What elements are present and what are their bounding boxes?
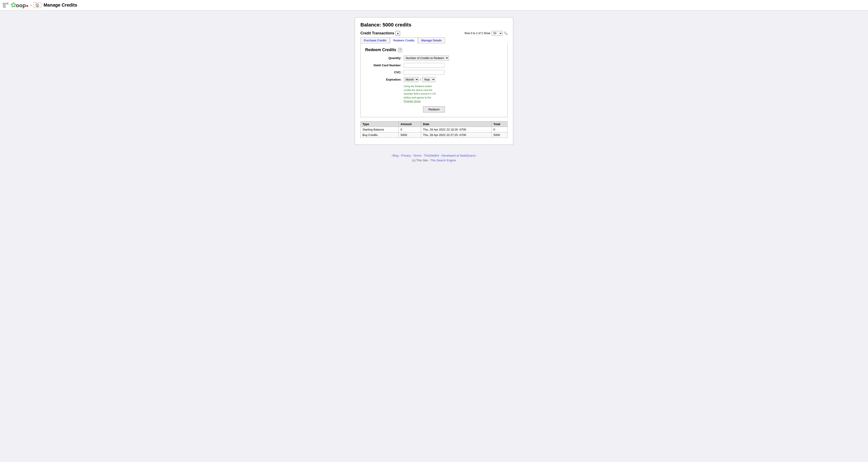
col-date: Date [421,121,492,127]
footer-dash-2: - [399,154,401,157]
table-head: Type Amount Date Total [361,121,507,127]
footer-links: - Blog - Privacy - Terms - ThisSiteBot -… [0,154,868,157]
redeem-credits-title: Redeem Credits ? [365,47,503,52]
transactions-table: Type Amount Date Total Starting Balance0… [361,121,507,138]
copyright-text: (c) This Site - [412,159,430,162]
logo: ✩oop● - 🏠 Manage Credits [11,1,77,9]
cell-date: Thu, 28 Apr 2022 22:18:26 -0700 [421,127,492,132]
expiration-label: Expiration: [365,78,401,81]
cvc-row: CVC: [365,70,503,75]
main-card: Balance: 5000 credits Credit Transaction… [355,17,513,145]
col-total: Total [492,121,507,127]
cell-amount: 0 [399,127,421,132]
footer-link-thissitebot[interactable]: ThisSiteBot [424,154,439,157]
expiration-selects: Month 01020304 05060708 09101112 / Year … [404,77,435,82]
program-terms-link[interactable]: Program Terms [404,100,421,102]
col-type: Type [361,121,399,127]
cvc-input[interactable] [404,70,444,75]
tab-purchase-credits[interactable]: Purchase Credits [361,37,390,43]
help-icon[interactable]: ? [398,48,402,52]
tabs-row: Purchase Credits Redeem Credits Manage D… [361,37,507,43]
balance-label: Balance: 5000 credits [361,22,507,28]
redeem-button-row: Redeem [365,106,503,112]
quantity-select[interactable]: Number of Credits to Redeem 100 500 1000… [404,56,449,61]
cvc-label: CVC: [365,71,401,74]
topbar: [root] ☰ ✩oop● - 🏠 Manage Credits [0,0,868,10]
debit-card-row: Debit Card Number: [365,63,503,68]
footer-link-seekquarry[interactable]: Developed at SeekQuarry [441,154,475,157]
cell-date: Thu, 28 Apr 2022 22:27:25 -0700 [421,132,492,138]
cell-type: Starting Balance [361,127,399,132]
ct-title-group: Credit Transactions + [361,31,400,35]
cell-total: 5000 [492,132,507,138]
cell-total: 0 [492,127,507,132]
year-select[interactable]: Year 2022202320242025 2026202720282029 2… [422,77,435,82]
home-icon[interactable]: 🏠 [33,2,41,8]
quantity-row: Quantity: Number of Credits to Redeem 10… [365,56,503,61]
footer-search-engine-link[interactable]: This Search Engine [430,159,456,162]
footer: - Blog - Privacy - Terms - ThisSiteBot -… [0,154,868,162]
table-row: Starting Balance0Thu, 28 Apr 2022 22:18:… [361,127,507,132]
logo-dash: - [30,3,32,7]
footer-link-terms[interactable]: Terms [413,154,421,157]
info-text: Using the Redeem button credits the abov… [404,85,436,102]
month-select[interactable]: Month 01020304 05060708 09101112 [404,77,419,82]
tab-manage-details[interactable]: Manage Details [418,37,445,43]
footer-copyright: (c) This Site - This Search Engine [0,159,868,162]
root-label: [root] ☰ [3,2,8,8]
footer-link-blog[interactable]: Blog [393,154,399,157]
footer-dash-1: - [391,154,393,157]
debit-card-input[interactable] [404,63,444,68]
table-row: Buy Credits5000Thu, 28 Apr 2022 22:27:25… [361,132,507,138]
footer-dash-3: - [411,154,413,157]
row-info: Row 0 to 2 of 2 Show 50 25 100 200 🔍 [465,31,507,35]
search-icon[interactable]: 🔍 [504,31,507,35]
cell-amount: 5000 [399,132,421,138]
table-header-row: Type Amount Date Total [361,121,507,127]
tab-redeem-credits[interactable]: Redeem Credits [390,37,418,43]
logo-y: ✩oop● [11,1,29,9]
redeem-button[interactable]: Redeem [423,106,445,112]
footer-link-privacy[interactable]: Privacy [401,154,411,157]
table-body: Starting Balance0Thu, 28 Apr 2022 22:18:… [361,127,507,138]
page-title: Manage Credits [43,2,77,8]
quantity-label: Quantity: [365,56,401,60]
credit-transactions-header: Credit Transactions + Row 0 to 2 of 2 Sh… [361,31,507,35]
redeem-credits-panel: Redeem Credits ? Quantity: Number of Cre… [361,43,507,117]
redeem-info-block: Using the Redeem button credits the abov… [404,85,503,103]
debit-card-label: Debit Card Number: [365,64,401,67]
expiration-slash: / [420,78,421,81]
expiration-row: Expiration: Month 01020304 05060708 0910… [365,77,503,82]
footer-dash-6: - [476,154,477,157]
show-rows-select[interactable]: 50 25 100 200 [492,31,503,35]
add-transaction-button[interactable]: + [396,31,400,35]
credit-transactions-title: Credit Transactions [361,31,394,35]
row-info-text: Row 0 to 2 of 2 Show [465,32,490,35]
cell-type: Buy Credits [361,132,399,138]
col-amount: Amount [399,121,421,127]
